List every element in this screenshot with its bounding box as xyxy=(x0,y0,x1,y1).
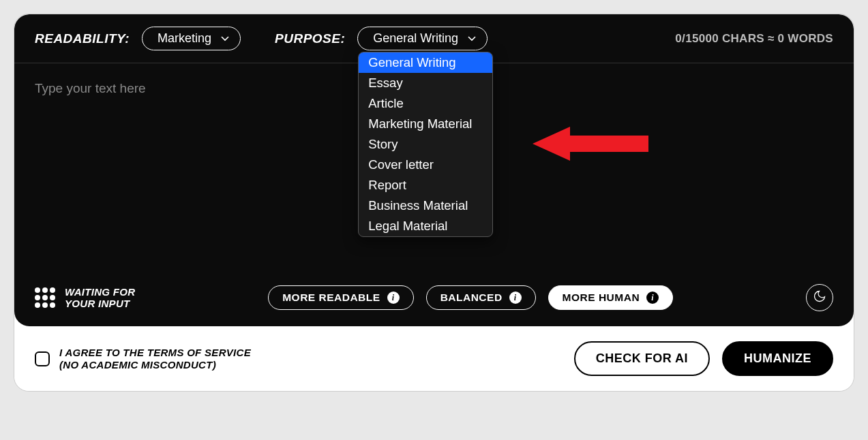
readability-value: Marketing xyxy=(158,31,211,46)
purpose-option[interactable]: Marketing Material xyxy=(359,114,492,134)
check-for-ai-button[interactable]: CHECK FOR AI xyxy=(574,341,710,376)
balanced-button[interactable]: BALANCED i xyxy=(426,285,536,310)
tos-checkbox[interactable] xyxy=(35,351,50,366)
info-icon: i xyxy=(646,292,659,304)
text-placeholder: Type your text here xyxy=(35,81,146,95)
editor-panel: READABILITY: Marketing PURPOSE: General … xyxy=(14,14,854,326)
purpose-option[interactable]: Legal Material xyxy=(359,216,492,236)
mode-label: MORE HUMAN xyxy=(563,292,640,304)
annotation-arrow-icon xyxy=(533,123,648,167)
char-count: 0/15000 CHARS ≈ 0 WORDS xyxy=(675,32,833,46)
purpose-value: General Writing xyxy=(373,31,458,46)
tos-agreement: I AGREE TO THE TERMS OF SERVICE (NO ACAD… xyxy=(35,347,251,371)
purpose-option[interactable]: Article xyxy=(359,93,492,114)
purpose-option[interactable]: General Writing xyxy=(359,52,492,73)
chevron-down-icon xyxy=(468,36,476,42)
purpose-group: PURPOSE: General Writing General Writing… xyxy=(275,27,488,50)
purpose-option[interactable]: Business Material xyxy=(359,195,492,216)
info-icon: i xyxy=(509,292,522,304)
info-icon: i xyxy=(387,292,400,304)
moon-icon xyxy=(813,289,826,306)
readability-select[interactable]: Marketing xyxy=(142,27,241,50)
chevron-down-icon xyxy=(221,36,229,42)
more-human-button[interactable]: MORE HUMAN i xyxy=(548,285,674,310)
loading-dots-icon xyxy=(35,287,55,308)
tos-text: I AGREE TO THE TERMS OF SERVICE (NO ACAD… xyxy=(59,347,251,371)
status-line-2: YOUR INPUT xyxy=(65,298,135,309)
purpose-select[interactable]: General Writing General Writing Essay Ar… xyxy=(357,27,488,50)
mode-label: MORE READABLE xyxy=(282,292,380,304)
readability-label: READABILITY: xyxy=(35,31,130,46)
purpose-dropdown: General Writing Essay Article Marketing … xyxy=(358,52,493,237)
mode-buttons: MORE READABLE i BALANCED i MORE HUMAN i xyxy=(268,285,673,310)
purpose-option[interactable]: Report xyxy=(359,175,492,195)
purpose-label: PURPOSE: xyxy=(275,31,345,46)
status-line-1: WAITING FOR xyxy=(65,286,135,298)
footer-bar: I AGREE TO THE TERMS OF SERVICE (NO ACAD… xyxy=(14,326,854,391)
humanize-button[interactable]: HUMANIZE xyxy=(722,341,833,376)
purpose-option[interactable]: Story xyxy=(359,134,492,155)
top-bar: READABILITY: Marketing PURPOSE: General … xyxy=(14,14,854,63)
tos-line-1: I AGREE TO THE TERMS OF SERVICE xyxy=(59,347,251,359)
mode-label: BALANCED xyxy=(440,292,503,304)
tos-line-2: (NO ACADEMIC MISCONDUCT) xyxy=(59,359,251,371)
bottom-bar: WAITING FOR YOUR INPUT MORE READABLE i B… xyxy=(14,274,854,326)
app-container: READABILITY: Marketing PURPOSE: General … xyxy=(14,14,854,392)
theme-toggle-button[interactable] xyxy=(806,284,833,311)
purpose-option[interactable]: Essay xyxy=(359,73,492,93)
svg-marker-0 xyxy=(533,127,648,161)
status-text: WAITING FOR YOUR INPUT xyxy=(65,286,135,310)
more-readable-button[interactable]: MORE READABLE i xyxy=(268,285,413,310)
purpose-option[interactable]: Cover letter xyxy=(359,155,492,175)
